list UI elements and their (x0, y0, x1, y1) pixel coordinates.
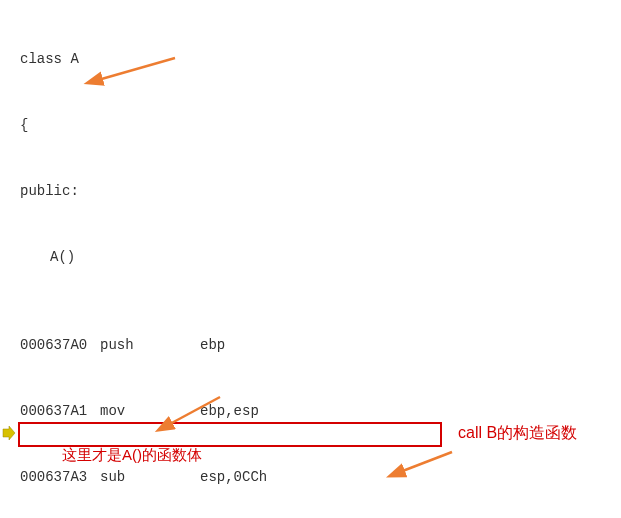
current-instruction-arrow-icon (2, 426, 16, 440)
annotation-call-b: call B的构造函数 (458, 423, 577, 444)
asm-operands: ebp (200, 334, 225, 356)
annotation-body-here: 这里才是A()的函数体 (62, 446, 202, 465)
source-line: public: (20, 180, 79, 202)
source-line: class A (20, 48, 79, 70)
asm-addr: 000637A0 (20, 334, 100, 356)
asm-mnemonic: mov (100, 400, 200, 422)
asm-mnemonic: push (100, 334, 200, 356)
asm-addr: 000637A3 (20, 466, 100, 488)
asm-addr: 000637A1 (20, 400, 100, 422)
asm-operands: ebp,esp (200, 400, 259, 422)
source-line: { (20, 114, 28, 136)
asm-operands: esp,0CCh (200, 466, 267, 488)
source-line: A() (20, 246, 75, 268)
svg-marker-0 (3, 426, 15, 440)
asm-mnemonic: sub (100, 466, 200, 488)
